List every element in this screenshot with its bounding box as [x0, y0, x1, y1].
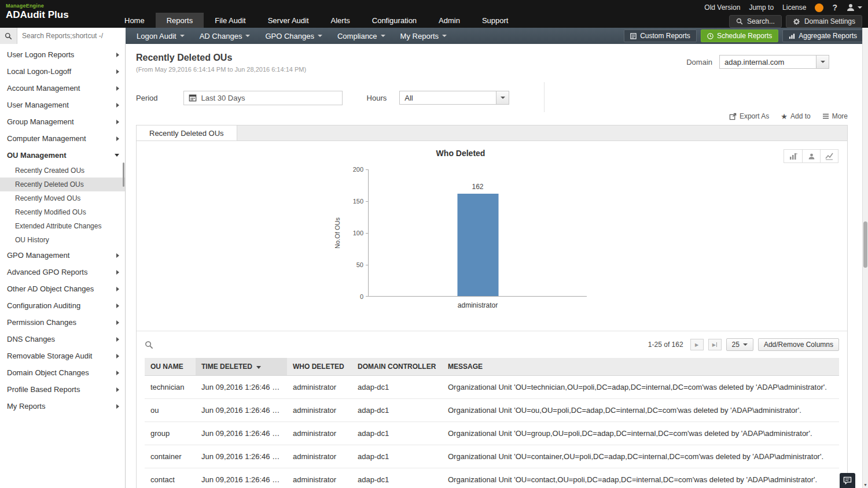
toolbar-actions: Custom Reports Schedule Reports Aggregat… — [624, 28, 863, 44]
report-search-input[interactable] — [17, 28, 126, 44]
sidebar-item-account-management[interactable]: Account Management — [0, 80, 125, 97]
menu-ad-changes[interactable]: AD Changes — [192, 28, 258, 44]
cell-domain-controller: adap-dc1 — [352, 468, 442, 488]
last-page-button[interactable]: ▶ — [708, 339, 722, 350]
calendar-icon — [184, 94, 201, 102]
domain-select[interactable]: adap.internal.com — [719, 55, 829, 69]
user-account-menu[interactable] — [846, 3, 862, 12]
sidebar-item-dns-changes[interactable]: DNS Changes — [0, 331, 125, 347]
clock-icon — [707, 33, 713, 39]
chevron-right-icon — [116, 253, 119, 258]
table-row: ou Jun 09,2016 1:26:46 PM administrator … — [145, 399, 839, 422]
cell-domain-controller: adap-dc1 — [352, 422, 442, 445]
sidebar-item-user-management[interactable]: User Management — [0, 97, 125, 113]
col-header-time-deleted[interactable]: TIME DELETED — [196, 358, 287, 376]
star-icon: ★ — [781, 113, 788, 120]
cell-ou-name: container — [145, 445, 196, 468]
chevron-down-icon — [496, 91, 509, 104]
menu-logon-audit[interactable]: Logon Audit — [129, 28, 192, 44]
nav-reports[interactable]: Reports — [156, 13, 204, 28]
sidebar-item-recently-modified-ous[interactable]: Recently Modified OUs — [0, 205, 125, 219]
user-avatar-icon — [846, 3, 855, 12]
help-icon[interactable]: ? — [832, 3, 837, 12]
cell-message: Organizational Unit 'OU=technician,OU=po… — [442, 376, 839, 399]
license-link[interactable]: License — [782, 3, 806, 12]
line-chart-icon[interactable] — [820, 150, 838, 162]
sidebar-item-extended-attribute-changes[interactable]: Extended Attribute Changes — [0, 219, 125, 233]
page-scrollbar[interactable]: ▼ — [862, 28, 868, 488]
bar-chart-icon[interactable] — [784, 150, 802, 162]
nav-server-audit[interactable]: Server Audit — [257, 13, 320, 28]
menu-gpo-changes[interactable]: GPO Changes — [258, 28, 330, 44]
chart-bar[interactable]: 162 — [457, 194, 498, 296]
sidebar-item-ou-history[interactable]: OU History — [0, 233, 125, 247]
sidebar-item-other-ad-object-changes[interactable]: Other AD Object Changes — [0, 280, 125, 297]
nav-configuration[interactable]: Configuration — [361, 13, 428, 28]
chat-button[interactable] — [840, 473, 855, 488]
page-size-select[interactable]: 25 — [726, 338, 753, 351]
hours-select[interactable]: All — [399, 91, 509, 105]
sidebar-item-profile-based-reports[interactable]: Profile Based Reports — [0, 381, 125, 398]
col-header-who-deleted[interactable]: WHO DELETED — [287, 358, 352, 376]
menu-my-reports[interactable]: My Reports — [393, 28, 454, 44]
chevron-right-icon — [116, 86, 119, 91]
domain-settings-button[interactable]: Domain Settings — [786, 15, 862, 28]
cell-time-deleted: Jun 09,2016 1:26:46 PM — [196, 399, 287, 422]
more-button[interactable]: More — [822, 112, 848, 120]
hours-label: Hours — [367, 94, 387, 102]
sidebar-item-gpo-management[interactable]: GPO Management — [0, 247, 125, 264]
nav-admin[interactable]: Admin — [428, 13, 471, 28]
col-header-ou-name[interactable]: OU NAME — [145, 358, 196, 376]
sidebar-item-recently-moved-ous[interactable]: Recently Moved OUs — [0, 191, 125, 205]
sidebar-item-ou-management[interactable]: OU Management — [0, 147, 125, 164]
sidebar-item-removable-storage-audit[interactable]: Removable Storage Audit — [0, 347, 125, 364]
chevron-right-icon — [116, 69, 119, 74]
y-tick-label: 0 — [360, 293, 363, 300]
col-header-domain-controller[interactable]: DOMAIN CONTROLLER — [352, 358, 442, 376]
nav-alerts[interactable]: Alerts — [320, 13, 361, 28]
scroll-down-arrow[interactable]: ▼ — [863, 483, 868, 487]
add-remove-columns-button[interactable]: Add/Remove Columns — [758, 338, 839, 351]
col-header-message[interactable]: MESSAGE — [442, 358, 839, 376]
menu-compliance[interactable]: Compliance — [330, 28, 393, 44]
aggregate-reports-button[interactable]: Aggregate Reports — [782, 29, 863, 42]
sidebar-item-permission-changes[interactable]: Permission Changes — [0, 314, 125, 331]
sidebar-scrollbar-thumb[interactable] — [123, 162, 124, 187]
nav-home[interactable]: Home — [113, 13, 156, 28]
add-to-button[interactable]: ★ Add to — [781, 112, 810, 120]
sidebar-item-my-reports[interactable]: My Reports — [0, 398, 125, 415]
sidebar-item-configuration-auditing[interactable]: Configuration Auditing — [0, 297, 125, 314]
scrollbar-thumb[interactable] — [863, 221, 867, 268]
chat-icon — [843, 476, 852, 485]
cell-message: Organizational Unit 'OU=container,OU=pol… — [442, 445, 839, 468]
sidebar-item-user-logon-reports[interactable]: User Logon Reports — [0, 46, 125, 63]
global-search-button[interactable]: Search... — [729, 15, 782, 28]
tab-recently-deleted-ous[interactable]: Recently Deleted OUs — [137, 125, 237, 141]
sidebar-item-domain-object-changes[interactable]: Domain Object Changes — [0, 364, 125, 381]
sidebar-item-computer-management[interactable]: Computer Management — [0, 130, 125, 147]
sidebar-item-group-management[interactable]: Group Management — [0, 113, 125, 130]
search-icon[interactable] — [0, 28, 17, 44]
nav-file-audit[interactable]: File Audit — [204, 13, 256, 28]
cell-ou-name: group — [145, 422, 196, 445]
old-version-link[interactable]: Old Version — [704, 3, 740, 12]
table-row: technician Jun 09,2016 1:26:46 PM admini… — [145, 376, 839, 399]
jump-to-link[interactable]: Jump to — [749, 3, 774, 12]
period-picker[interactable]: Last 30 Days — [183, 91, 343, 105]
support-icon[interactable] — [815, 3, 823, 12]
y-tick-label: 50 — [356, 261, 363, 268]
next-page-button[interactable]: ▶ — [690, 339, 704, 350]
sidebar-item-recently-deleted-ous[interactable]: Recently Deleted OUs — [0, 178, 125, 191]
cell-domain-controller: adap-dc1 — [352, 399, 442, 422]
nav-support[interactable]: Support — [471, 13, 520, 28]
sidebar-item-recently-created-ous[interactable]: Recently Created OUs — [0, 164, 125, 178]
period-label: Period — [136, 94, 158, 102]
sidebar-item-advanced-gpo-reports[interactable]: Advanced GPO Reports — [0, 264, 125, 280]
user-chart-icon[interactable] — [802, 150, 820, 162]
schedule-reports-button[interactable]: Schedule Reports — [701, 29, 778, 42]
export-as-button[interactable]: Export As — [729, 112, 769, 120]
custom-reports-button[interactable]: Custom Reports — [624, 29, 697, 42]
sidebar-item-local-logon-logoff[interactable]: Local Logon-Logoff — [0, 63, 125, 80]
table-search-icon[interactable] — [145, 341, 153, 349]
chevron-right-icon — [116, 404, 119, 409]
